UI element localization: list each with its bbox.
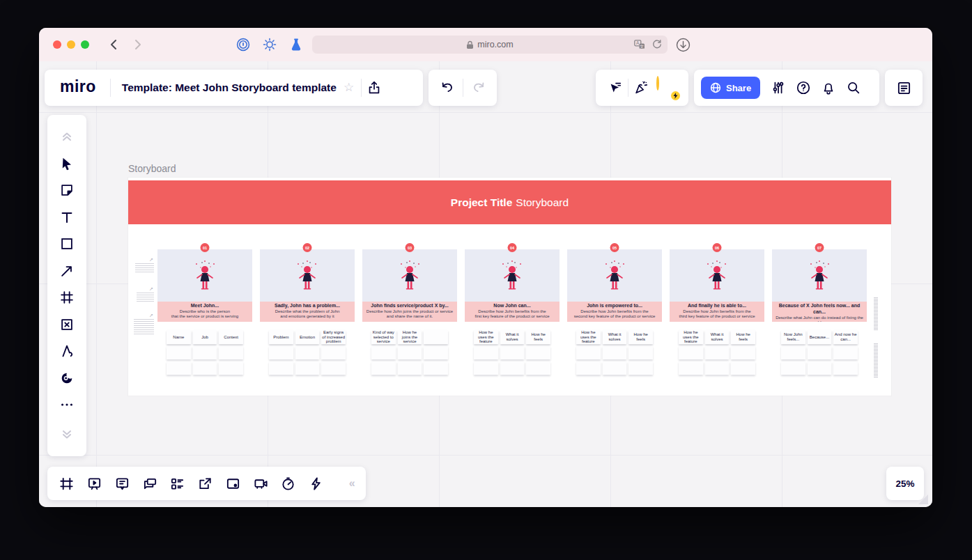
table-cell[interactable] [833,346,858,359]
pen-tool-button[interactable] [54,339,79,364]
table-header-cell[interactable]: Context [219,330,243,344]
panel-card[interactable]: 04 N [465,249,560,322]
table-header-cell[interactable]: How he feels [731,330,755,344]
panel-number-badge[interactable]: 04 [508,243,517,252]
table-header-cell[interactable]: How he feels [628,330,653,344]
table-cell[interactable] [219,361,243,375]
table-cell[interactable] [424,361,448,375]
cards-button[interactable] [165,471,190,496]
table-cell[interactable] [269,346,293,359]
table-header-cell[interactable]: How he uses the feature [474,330,498,344]
flask-extension-icon[interactable] [288,36,304,53]
table-header-cell[interactable]: Because... [808,330,832,344]
panel-illustration[interactable] [362,249,457,302]
onepassword-extension-icon[interactable] [235,36,252,53]
table-cell[interactable] [474,361,498,375]
scroll-up-icon[interactable] [54,125,79,149]
upload-tool-button[interactable] [54,313,79,337]
table-cell[interactable] [371,361,396,375]
notifications-bell-button[interactable] [816,75,841,100]
sticky-note-tool-button[interactable] [54,178,79,203]
table-cell[interactable] [705,346,730,359]
table-cell[interactable] [781,346,805,359]
panel-card[interactable]: 03 J [362,249,457,322]
panel-number-badge[interactable]: 07 [815,243,824,252]
text-tool-button[interactable] [54,205,79,230]
table-cell[interactable] [526,346,550,359]
table-cell[interactable] [193,346,217,359]
panel-number-badge[interactable]: 06 [713,243,722,252]
table-cell[interactable] [628,361,653,375]
address-bar[interactable]: miro.com A 文 [312,36,668,54]
table-header-cell[interactable]: Job [193,330,217,344]
celebrate-button[interactable] [628,75,654,100]
export-board-button[interactable] [362,75,387,100]
close-window-button[interactable] [53,40,61,49]
table-cell[interactable] [781,361,805,375]
user-avatar[interactable] [656,77,677,98]
panel-card[interactable]: 02 S [260,249,355,322]
minimize-window-button[interactable] [67,40,75,49]
frame-title[interactable]: Storyboard [128,163,176,174]
notes-panel-button[interactable] [891,75,916,100]
table-cell[interactable] [808,346,832,359]
panel-card[interactable]: 06 A [670,249,764,322]
table-cell[interactable] [398,361,422,375]
search-button[interactable] [841,75,866,100]
storyboard-frame[interactable]: Project Title Storyboard 01 [128,178,891,396]
table-cell[interactable] [398,346,422,359]
panel-number-badge[interactable]: 03 [406,243,415,252]
table-cell[interactable] [603,346,627,359]
table-header-cell[interactable]: How he feels [526,330,550,344]
table-cell[interactable] [679,361,703,375]
table-cell[interactable] [603,361,627,375]
project-title-banner[interactable]: Project Title Storyboard [128,180,891,224]
table-cell[interactable] [705,361,730,375]
table-header-cell[interactable]: What it solves [705,330,730,344]
cursor-tracking-button[interactable] [603,75,628,100]
connector-tool-button[interactable] [54,259,79,283]
stickers-tool-button[interactable] [54,366,79,391]
panel-illustration[interactable] [772,249,867,302]
table-cell[interactable] [576,361,601,375]
table-cell[interactable] [526,361,550,375]
table-cell[interactable] [679,346,703,359]
translate-icon[interactable]: A 文 [634,40,645,49]
table-header-cell[interactable]: Kind of way selected to service [371,330,396,344]
table-cell[interactable] [808,361,832,375]
browser-back-button[interactable] [106,36,123,53]
notes-button[interactable] [109,471,134,496]
frames-panel-button[interactable] [54,471,79,496]
timer-button[interactable] [276,471,301,496]
table-header-cell[interactable]: How he uses the feature [679,330,703,344]
panel-caption[interactable]: Sadly, John has a problem... Describe wh… [260,302,355,322]
favorite-star-icon[interactable]: ☆ [342,80,361,96]
panel-caption[interactable]: John finds service/product X by... Descr… [362,302,457,322]
reload-icon[interactable] [652,40,662,49]
redo-button[interactable] [466,75,491,100]
present-button[interactable] [82,471,107,496]
undo-button[interactable] [435,75,460,100]
table-cell[interactable] [628,346,653,359]
panel-card[interactable]: 05 J [567,249,662,322]
table-header-cell[interactable]: Problem [269,330,293,344]
panel-illustration[interactable] [260,249,355,302]
table-cell[interactable] [731,361,755,375]
table-cell[interactable] [269,361,293,375]
table-header-cell[interactable]: How he joins the service [398,330,422,344]
panel-caption[interactable]: Meet John... Describe who is the persont… [157,302,252,322]
panel-caption[interactable]: Because of X John feels now... and can..… [772,302,867,322]
recording-button[interactable] [220,471,245,496]
table-cell[interactable] [424,346,448,359]
panel-illustration[interactable] [670,249,764,302]
table-cell[interactable] [219,346,243,359]
frame-tool-button[interactable] [54,286,79,310]
fullscreen-window-button[interactable] [81,40,89,49]
table-cell[interactable] [500,346,525,359]
zoom-level-button[interactable]: 25% [886,467,924,500]
table-header-cell[interactable] [424,330,448,344]
scroll-down-icon[interactable] [54,423,79,447]
browser-forward-button[interactable] [129,36,146,53]
export-button[interactable] [193,471,218,496]
table-cell[interactable] [321,346,346,359]
